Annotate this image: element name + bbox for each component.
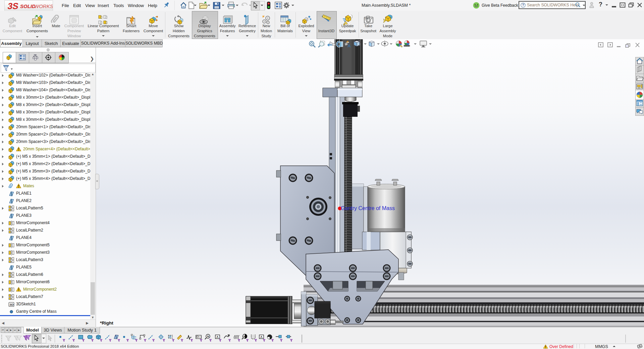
svg-text:A: A — [260, 335, 263, 339]
svg-text:A: A — [244, 336, 246, 338]
svg-text:3S: 3S — [7, 1, 19, 11]
svg-text:[O]: [O] — [365, 17, 368, 19]
svg-text:A: A — [216, 335, 219, 339]
svg-text:WORKS: WORKS — [34, 3, 53, 9]
svg-text:?: ? — [522, 3, 524, 7]
svg-text:A: A — [347, 43, 351, 48]
svg-text:0.3: 0.3 — [199, 336, 202, 338]
svg-text:SOLID: SOLID — [20, 3, 36, 9]
svg-text:N: N — [207, 335, 209, 338]
